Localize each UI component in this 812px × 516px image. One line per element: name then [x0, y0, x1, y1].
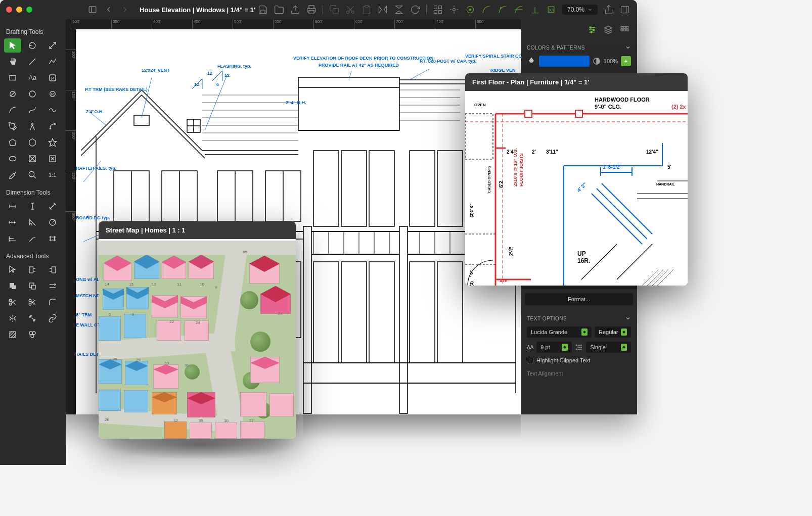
dim-leader-tool[interactable]: [24, 231, 41, 246]
layers-tab-icon[interactable]: [604, 25, 613, 34]
delete-tool[interactable]: [44, 152, 61, 166]
dim-vertical-tool[interactable]: [24, 199, 41, 213]
snap-arc-icon[interactable]: [481, 5, 491, 15]
arc-center-tool[interactable]: [44, 119, 61, 133]
star-tool[interactable]: [44, 135, 61, 150]
trim-tool[interactable]: [24, 263, 41, 277]
lot-num: 37: [249, 418, 254, 423]
copy-icon[interactable]: [329, 5, 339, 15]
dim-baseline-tool[interactable]: [4, 231, 21, 246]
offset-tool[interactable]: [44, 279, 61, 293]
add-color-button[interactable]: +: [621, 56, 631, 66]
svg-rect-172: [341, 262, 367, 363]
format-button[interactable]: Format...: [525, 293, 633, 305]
street-map-window[interactable]: Street Map | Homes | 1 : 1: [99, 221, 296, 439]
dim-24: 2'4": [507, 149, 516, 155]
dim-311: 3'11": [546, 149, 558, 155]
dim-ordinate-tool[interactable]: [44, 231, 61, 246]
snap-tangent-icon[interactable]: [514, 5, 524, 15]
snap-point-icon[interactable]: [465, 5, 475, 15]
extend-tool[interactable]: [44, 263, 61, 277]
line-spacing-select[interactable]: Single: [586, 342, 631, 353]
panels-icon[interactable]: [620, 5, 630, 15]
dim-chain-tool[interactable]: [4, 215, 21, 229]
sidebar-toggle-icon[interactable]: [88, 5, 97, 14]
fillet-tool[interactable]: [44, 295, 61, 309]
flip-h-icon[interactable]: [378, 5, 388, 15]
flip-v-icon[interactable]: [394, 5, 404, 15]
folder-icon[interactable]: [274, 5, 284, 15]
cut-icon[interactable]: [345, 5, 355, 15]
mirror-tool[interactable]: [4, 311, 21, 325]
chevron-down-icon[interactable]: [625, 44, 631, 51]
radius-tool[interactable]: R: [44, 87, 61, 101]
forward-icon[interactable]: [120, 5, 129, 14]
highlight-clipped-checkbox[interactable]: [527, 357, 533, 363]
knife-tool[interactable]: [24, 295, 41, 309]
crosshair-tool[interactable]: [24, 152, 41, 166]
snap-xy-icon[interactable]: XY: [546, 5, 556, 15]
font-size-select[interactable]: 9 pt: [536, 342, 572, 353]
direct-select-tool[interactable]: [4, 263, 21, 277]
chain-tool[interactable]: [44, 311, 61, 325]
share-icon[interactable]: [604, 5, 614, 15]
compass-tool[interactable]: [24, 119, 41, 133]
back-icon[interactable]: [104, 5, 113, 14]
pan-tool[interactable]: [4, 55, 21, 69]
snap-icon[interactable]: [449, 5, 459, 15]
select-tool[interactable]: [4, 38, 21, 53]
subtract-tool[interactable]: [24, 279, 41, 293]
rotate-tool[interactable]: [24, 38, 41, 53]
maximize-window-button[interactable]: [26, 7, 32, 13]
eyedropper-tool[interactable]: [4, 168, 21, 182]
scale-tool[interactable]: [44, 38, 61, 53]
zoom-tool[interactable]: [24, 168, 41, 182]
union-tool[interactable]: [4, 279, 21, 293]
paste-icon[interactable]: [362, 5, 372, 15]
dim-aligned-tool[interactable]: [44, 199, 61, 213]
grid-icon[interactable]: [433, 5, 443, 15]
rect-tool[interactable]: [4, 71, 21, 85]
close-window-button[interactable]: [6, 7, 12, 13]
grid-tab-icon[interactable]: [620, 25, 629, 34]
floor-plan-canvas[interactable]: HARDWOOD FLOOR 9'-0" CLG. (2) 2x OVEN HA…: [465, 92, 688, 286]
minimize-window-button[interactable]: [16, 7, 22, 13]
circle-tool[interactable]: [24, 87, 41, 101]
array-tool[interactable]: [24, 311, 41, 325]
scissors-tool[interactable]: [4, 295, 21, 309]
arc-tool[interactable]: [4, 103, 21, 117]
hatch-tool[interactable]: [4, 327, 21, 342]
bezier-tool[interactable]: [24, 103, 41, 117]
save-icon[interactable]: [258, 5, 268, 15]
diameter-tool[interactable]: [4, 87, 21, 101]
line-tool[interactable]: [24, 55, 41, 69]
print-icon[interactable]: [306, 5, 317, 15]
pen-tool[interactable]: [4, 119, 21, 133]
group-tool[interactable]: [24, 327, 41, 342]
dim-angle-tool[interactable]: [24, 215, 41, 229]
export-icon[interactable]: [290, 5, 300, 15]
spline-tool[interactable]: [44, 103, 61, 117]
sliders-tab-icon[interactable]: [588, 25, 597, 34]
snap-intersect-icon[interactable]: [498, 5, 508, 15]
parking-tool[interactable]: P: [44, 71, 61, 85]
chevron-down-icon[interactable]: [625, 315, 631, 321]
polygon-tool[interactable]: [4, 135, 21, 150]
hexagon-tool[interactable]: [24, 135, 41, 150]
zoom-level[interactable]: 70.0%: [562, 5, 598, 15]
dim-radius-tool[interactable]: [44, 215, 61, 229]
ellipse-tool[interactable]: [4, 152, 21, 166]
fill-drop-icon[interactable]: [527, 57, 536, 66]
font-family-select[interactable]: Lucida Grande: [527, 326, 592, 338]
snap-perp-icon[interactable]: [530, 5, 540, 15]
text-tool[interactable]: Aa: [24, 71, 41, 85]
polyline-tool[interactable]: [44, 55, 61, 69]
dim-horizontal-tool[interactable]: [4, 199, 21, 213]
svg-rect-88: [12, 286, 16, 290]
scale-display[interactable]: 1:1: [44, 168, 61, 182]
font-weight-select[interactable]: Regular: [595, 326, 631, 338]
rotate-icon[interactable]: [410, 5, 420, 15]
fill-color-swatch[interactable]: [539, 56, 590, 67]
street-map-canvas[interactable]: 14 13 12 11 10 9 65 54 5 9 22 24 28 29 3…: [99, 241, 296, 439]
floor-plan-window[interactable]: First Floor - Plan | Furniture | 1/4" = …: [465, 73, 688, 286]
